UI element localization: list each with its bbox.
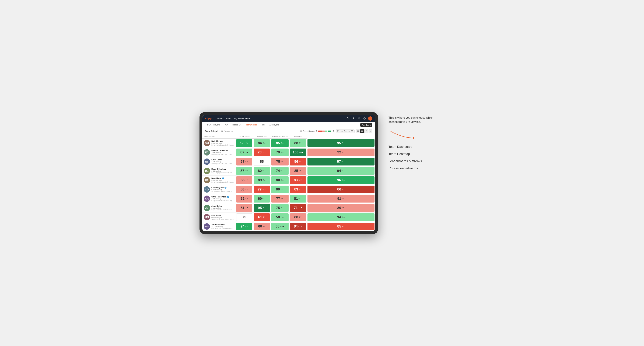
score-value: 95: [258, 206, 262, 210]
change-bar-light-red: [322, 131, 324, 132]
score-cell: 61 -3▼: [253, 212, 270, 222]
player-name: Aaron Nicholls: [212, 223, 234, 226]
player-avatar: BM: [204, 140, 210, 146]
tablet-frame: clippd Home Teams My Performance: [200, 112, 378, 234]
user-avatar[interactable]: U: [368, 116, 372, 121]
score-delta: -2▼: [299, 216, 302, 218]
score-delta: -10▼: [298, 179, 302, 181]
team-name: Team Clippd: [205, 130, 218, 133]
dashboard-option-1: Team Heatmap: [388, 152, 444, 156]
app-logo: clippd: [205, 117, 213, 120]
score-box: 58 +4▲: [271, 213, 288, 221]
player-cell: EC Edward Crossman 1-5 Handicap Sunningd…: [202, 148, 236, 157]
score-delta: -3▼: [342, 198, 344, 200]
table-row[interactable]: DF David Ford ✓ Plus Handicap Royal Nort…: [202, 175, 375, 185]
score-value: 85: [276, 141, 280, 145]
table-row[interactable]: MM Matt Miller 6-10 Handicap Woburn Golf…: [202, 212, 375, 222]
score-box: 95 +9▲: [308, 139, 375, 147]
score-box: 79 +9▲: [271, 149, 288, 156]
score-box: 75: [236, 213, 252, 221]
score-delta: +4▲: [245, 170, 248, 172]
score-cell: 77 -14▼: [253, 185, 270, 194]
score-value: 75: [242, 215, 246, 219]
main-content: Player Quality ▼ Off the Tee —: [202, 134, 375, 231]
table-row[interactable]: AN Aaron Nicholls 11-15 Handicap Drift G…: [202, 222, 375, 231]
edit-icon[interactable]: ✏: [231, 130, 233, 133]
player-handicap: 1-5 Handicap: [212, 207, 234, 209]
tab-pga[interactable]: PGA: [222, 122, 230, 128]
person-view-button[interactable]: ⊙: [364, 129, 368, 133]
score-cell: 96 +3▲: [307, 175, 376, 185]
settings-icon[interactable]: [362, 117, 366, 120]
bell-icon[interactable]: [357, 117, 361, 120]
player-handicap: Plus Handicap: [212, 179, 234, 181]
score-cell: 84 +6▲: [253, 138, 270, 148]
add-team-button[interactable]: Add Team: [360, 123, 372, 127]
tab-tour[interactable]: Tour: [259, 122, 267, 128]
last-rounds-button[interactable]: Last Rounds: 20: [336, 130, 354, 133]
score-box: 83 -3▼: [236, 185, 252, 193]
score-box: 89 +7▲: [254, 176, 270, 184]
table-row[interactable]: DB Dave Billingham 1-5 Handicap Gog Mago…: [202, 166, 375, 175]
score-value: 83: [294, 178, 298, 182]
player-club: Drift Golf Club, United Kingdom: [212, 227, 234, 229]
col-header-off-tee: Off the Tee —: [236, 134, 253, 139]
score-cell: 85 +8▲: [270, 138, 289, 148]
user-icon[interactable]: [352, 117, 355, 120]
score-box: 96 +3▲: [308, 176, 375, 184]
tab-all-players[interactable]: All Players: [267, 122, 281, 128]
score-box: 91 -3▼: [308, 195, 375, 202]
score-cell: 83 -6▼: [289, 185, 307, 194]
annotation-arrow: [388, 129, 416, 140]
score-value: 96: [337, 178, 341, 182]
score-value: 61: [258, 215, 262, 219]
player-name: Josh Coles: [212, 205, 234, 207]
score-value: 103: [292, 150, 298, 154]
col-header-player: Player Quality ▼: [202, 134, 236, 139]
tab-team-clippd[interactable]: Team Clippd: [244, 122, 259, 128]
table-row[interactable]: EE Elliot Ebert 1-5 Handicap Sunningdale…: [202, 157, 375, 166]
score-box: 74 +1▲: [271, 167, 288, 175]
score-value: 84: [294, 224, 298, 228]
search-icon[interactable]: [346, 117, 350, 120]
grid-view-button[interactable]: ⊞: [356, 129, 360, 133]
score-value: 81: [240, 206, 244, 210]
score-cell: 93 +4▲: [236, 138, 253, 148]
table-row[interactable]: EC Edward Crossman 1-5 Handicap Sunningd…: [202, 148, 375, 157]
download-button[interactable]: ↓: [368, 129, 372, 133]
table-row[interactable]: CR Chris Robertson ✓ 1-5 Handicap Craigm…: [202, 194, 375, 203]
score-delta: -3▼: [245, 198, 248, 200]
score-cell: 82 -3▼: [236, 194, 253, 203]
score-delta: -6▼: [299, 161, 302, 163]
player-name: Matt Miller: [212, 214, 234, 216]
heatmap-view-button[interactable]: ▦: [360, 129, 364, 133]
player-cell: JC Josh Coles 1-5 Handicap Royal North D…: [202, 204, 236, 212]
score-value: 58: [276, 215, 280, 219]
nav-home[interactable]: Home: [217, 117, 222, 120]
score-delta: -6▼: [299, 188, 302, 190]
col-header-around-green: Around the Green —: [270, 134, 289, 139]
player-name: Blair McHarg: [212, 140, 234, 142]
score-box: 88 -1▼: [290, 139, 306, 147]
score-delta: +6▲: [262, 142, 266, 144]
score-delta: -3▼: [245, 179, 248, 181]
nav-teams[interactable]: Teams: [225, 117, 231, 120]
score-value: 82: [240, 197, 244, 201]
score-value: 74: [240, 224, 244, 228]
player-name: Chris Robertson ✓: [212, 196, 234, 198]
table-row[interactable]: BM Blair McHarg Plus Handicap Royal Nort…: [202, 138, 375, 148]
player-cell: BM Blair McHarg Plus Handicap Royal Nort…: [202, 139, 236, 147]
score-box: 86 -6▼: [290, 158, 306, 166]
score-box: 71 -11▼: [290, 204, 306, 212]
nav-my-performance[interactable]: My Performance: [234, 117, 250, 120]
table-row[interactable]: JC Josh Coles 1-5 Handicap Royal North D…: [202, 203, 375, 212]
tab-pgat-players[interactable]: PGAT Players: [205, 122, 222, 128]
change-bar-light-green: [325, 131, 328, 132]
score-cell: 73 -11▼: [253, 148, 270, 157]
player-club: Royal North Devon Golf Club, United King…: [212, 144, 234, 146]
table-row[interactable]: CQ Charlie Quick ✓ 6-10 Handicap St. Geo…: [202, 185, 375, 194]
change-bar-red: [318, 131, 322, 132]
tab-hcaps[interactable]: Hcaps 1-5: [230, 122, 244, 128]
score-value: 80: [276, 178, 280, 182]
score-cell: 80 +1▲: [270, 185, 289, 194]
